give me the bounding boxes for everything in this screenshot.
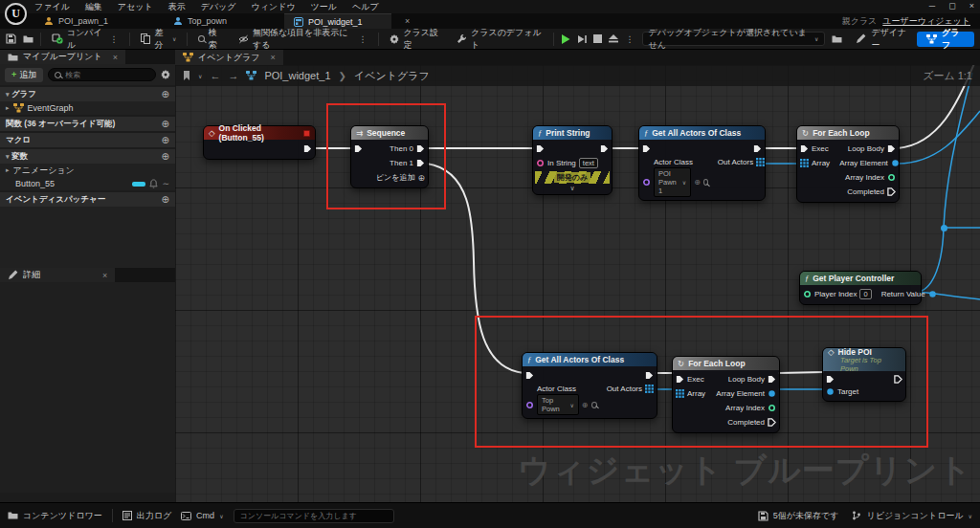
nav-back-icon[interactable]: ← [210,70,220,81]
play-options-icon[interactable]: ⋮ [625,34,635,44]
add-macro-icon[interactable]: ⊕ [162,135,169,145]
animations-item[interactable]: ▸ アニメーション [0,164,175,177]
bookmark-icon[interactable] [183,71,190,80]
player-index-value[interactable]: 0 [859,289,871,299]
return-value-pin[interactable]: Return Value [881,290,937,298]
array-index-pin[interactable]: Array Index [845,173,896,182]
section-functions[interactable]: 関数 (36 オーバーライド可能) ⊕ [0,117,175,131]
frame-skip-icon[interactable] [577,34,587,44]
completed-pin[interactable]: Completed [847,187,896,196]
find-button[interactable]: 検索 [194,25,228,54]
variable-button55[interactable]: Button_55 ∼ [0,177,175,190]
exec-out-pin[interactable] [600,144,609,153]
loop-body-pin[interactable]: Loop Body [848,144,896,153]
array-element-pin[interactable]: Array Element [716,389,776,398]
content-drawer-button[interactable]: コンテンツドロワー [8,510,102,522]
exec-out-pin[interactable] [303,144,312,153]
node-for-each-loop-bottom[interactable]: ↻ For Each Loop Exec Loop Body Array [672,356,780,433]
bell-icon[interactable] [149,179,158,188]
browse-debug-icon[interactable] [832,34,842,44]
node-get-player-controller[interactable]: ƒ Get Player Controller Player Index 0 R… [799,271,922,305]
array-element-pin[interactable]: Array Element [839,159,900,167]
eject-icon[interactable] [609,34,618,43]
chevron-down-icon[interactable]: ∨ [198,73,202,79]
exec-in-pin[interactable]: Exec [800,144,829,153]
section-macros[interactable]: マクロ ⊕ [0,133,175,147]
menu-edit[interactable]: 編集 [85,1,102,13]
hide-unrelated-button[interactable]: 無関係な項目を非表示にする ⋮ [234,25,372,54]
in-string-pin[interactable]: In String text [536,158,598,168]
compile-options-icon[interactable]: ⋮ [108,34,119,44]
exec-in-pin[interactable] [525,371,534,380]
out-actors-pin[interactable]: Out Actors [718,158,765,166]
class-settings-button[interactable]: クラス設定 [386,25,446,54]
node-for-each-loop-top[interactable]: ↻ For Each Loop Exec Loop Body Array [796,125,900,203]
then1-pin[interactable]: Then 1 [390,159,425,167]
breadcrumb-root[interactable]: POI_widget_1 [264,70,330,81]
in-string-value[interactable]: text [579,158,598,168]
menu-tools[interactable]: ツール [311,1,337,13]
browse-icon[interactable] [23,34,33,44]
close-icon[interactable]: × [969,1,974,11]
close-icon[interactable]: × [102,271,107,280]
browse-icon[interactable] [591,402,597,408]
add-button[interactable]: + 追加 [5,68,43,82]
add-pin-button[interactable]: ピンを追加 ⊕ [376,172,425,183]
exec-in-pin[interactable] [826,375,835,384]
node-hide-poi[interactable]: ◇ Hide POI Target is Top Pown Target [822,347,906,402]
node-on-clicked[interactable]: ◇ On Clicked (Button_55) [203,125,316,160]
menu-help[interactable]: ヘルプ [352,1,379,13]
options-icon[interactable]: ⋮ [357,34,368,44]
breadcrumb-leaf[interactable]: イベントグラフ [354,69,430,83]
cmd-dropdown[interactable]: Cmd ∨ [181,511,223,520]
use-selected-icon[interactable]: ⊕ [582,401,589,409]
class-defaults-button[interactable]: クラスのデフォルト [453,25,546,54]
node-print-string[interactable]: ƒ Print String In String text 開発のみ [532,125,612,195]
debug-object-dropdown[interactable]: デバッグオブジェクトが選択されていません ∨ [642,32,826,46]
section-variables[interactable]: ▾ 変数 ⊕ [0,149,175,164]
menu-file[interactable]: ファイル [34,1,70,13]
close-icon[interactable]: × [270,53,275,62]
search-input[interactable] [65,71,142,79]
search-box[interactable] [48,68,156,81]
exec-in-pin[interactable] [642,144,651,153]
then0-pin[interactable]: Then 0 [390,144,425,153]
maximize-icon[interactable]: ◻ [948,1,955,11]
out-actors-pin[interactable]: Out Actors [607,385,654,393]
actor-class-pin[interactable]: Top Pown ∨ ⊕ [525,394,597,415]
actor-class-pin[interactable]: POI Pawn 1 ∨ ⊕ [642,167,708,197]
node-get-all-actors-top[interactable]: ƒ Get All Actors Of Class Actor Class [638,125,766,201]
event-graph-canvas[interactable]: ウィジェット ブループリント ◇ On Clicked (Button_55) [175,65,980,502]
console-input[interactable] [234,509,394,523]
add-dispatcher-icon[interactable]: ⊕ [162,194,169,205]
array-index-pin[interactable]: Array Index [725,404,776,412]
compile-button[interactable]: コンパイル ⋮ [48,25,123,54]
minimize-icon[interactable]: ─ [929,1,935,11]
output-log-button[interactable]: 出力ログ [122,510,171,522]
array-in-pin[interactable]: Array [800,159,830,167]
browse-icon[interactable] [703,179,708,186]
stop-icon[interactable] [593,34,602,43]
menu-window[interactable]: ウィンドウ [252,1,296,13]
eye-closed-icon[interactable]: ∼ [162,179,169,188]
diff-button[interactable]: 差分 ∨ [137,25,180,54]
graph-button[interactable]: グラフ [917,32,974,47]
add-function-icon[interactable]: ⊕ [162,119,169,129]
add-graph-icon[interactable]: ⊕ [162,89,169,99]
loop-body-pin[interactable]: Loop Body [728,375,776,384]
menu-debug[interactable]: デバッグ [201,1,236,13]
exec-in-pin[interactable] [536,144,545,153]
player-index-pin[interactable]: Player Index 0 [803,289,872,299]
array-in-pin[interactable]: Array [676,389,705,398]
expand-node-icon[interactable]: ∨ [533,185,612,191]
save-icon[interactable] [6,33,16,44]
designer-button[interactable]: デザイナー [856,27,910,52]
exec-out-pin[interactable] [753,144,762,153]
section-dispatchers[interactable]: イベントディスパッチャー ⊕ [0,192,175,207]
reroute-node[interactable] [941,225,947,231]
nav-forward-icon[interactable]: → [228,70,238,81]
revision-control-button[interactable]: リビジョンコントロール ∨ [852,510,972,522]
node-sequence[interactable]: ⇉ Sequence Then 0 Then 1 [350,125,429,188]
unsaved-button[interactable]: 5個が未保存です [758,510,839,522]
event-graph-item[interactable]: ▸ EventGraph [0,101,175,115]
